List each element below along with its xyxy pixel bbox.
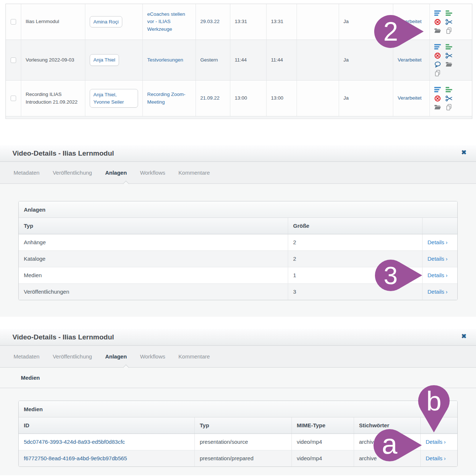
table-row: 5dc07476-3993-424d-8a93-ed5bf0d83cfc pre… (19, 434, 458, 450)
status-cell: Verarbeitet (393, 40, 430, 80)
video-details-modal-medien: Video-Details - Ilias Lernmodul ✖ Metada… (0, 329, 476, 476)
status-link[interactable]: Verarbeitet (398, 18, 421, 25)
col-header-id: ID (19, 417, 194, 434)
copy-icon[interactable] (434, 70, 441, 77)
details-link-media-1[interactable]: Details› (426, 439, 446, 445)
details-link-media-2[interactable]: Details› (426, 455, 446, 461)
video-date: 29.03.22 (196, 4, 230, 40)
col-header-actions (420, 417, 458, 434)
details-link-medien[interactable]: Details› (428, 272, 448, 278)
delete-icon[interactable] (434, 19, 441, 25)
series-link[interactable]: Recording Zoom-Meeting (147, 91, 191, 106)
presenter-cell: Anja Thiel (85, 40, 143, 80)
actions-cell (430, 4, 472, 40)
comment-icon[interactable] (434, 61, 441, 68)
table-row: Kataloge 2 Details› (19, 250, 458, 267)
cutoff-row (6, 116, 472, 119)
video-date: 21.09.22 (196, 81, 230, 116)
cut-icon[interactable] (446, 52, 452, 59)
table-row: Medien 1 Details› (19, 267, 458, 283)
empty-cell (297, 81, 339, 116)
series-link[interactable]: Testvorlesungen (147, 56, 183, 64)
copy-icon[interactable] (446, 104, 452, 111)
cut-icon[interactable] (446, 95, 452, 102)
modal-body: Anlagen Typ Größe Anhänge 2 Details› Kat… (0, 184, 476, 317)
tab-kommentare[interactable]: Kommentare (172, 346, 216, 367)
groesse-cell: 2 (288, 250, 422, 267)
start-time: 13:31 (230, 4, 267, 40)
status-link[interactable]: Verarbeitet (398, 94, 421, 102)
video-date: Gestern (196, 40, 230, 80)
tab-kommentare[interactable]: Kommentare (172, 162, 216, 183)
folder-icon[interactable] (446, 61, 452, 68)
delete-icon[interactable] (434, 52, 441, 59)
tab-metadaten[interactable]: Metadaten (7, 346, 46, 367)
status-link[interactable]: Verarbeitet (398, 56, 421, 64)
end-time: 11:44 (267, 40, 297, 80)
metadata-icon[interactable] (434, 44, 441, 50)
publish-icon[interactable] (446, 44, 452, 50)
video-title: Recording ILIAS Introduction 21.09.2022 (21, 81, 85, 116)
typ-cell: Medien (19, 267, 288, 283)
media-mime-cell: video/mp4 (291, 450, 354, 466)
publish-icon[interactable] (446, 10, 452, 16)
cut-icon[interactable] (446, 19, 452, 25)
delete-icon[interactable] (434, 95, 441, 102)
row-checkbox[interactable] (11, 96, 16, 101)
details-link-kataloge[interactable]: Details› (428, 256, 448, 262)
media-id-link[interactable]: 5dc07476-3993-424d-8a93-ed5bf0d83cfc (24, 439, 125, 445)
folder-icon[interactable] (434, 27, 441, 34)
media-keywords-cell: archive (354, 434, 420, 450)
video-title: Ilias Lernmodul (21, 4, 85, 40)
presenter-chip: Anja Thiel (90, 54, 119, 66)
modal-title: Video-Details - Ilias Lernmodul (12, 149, 114, 157)
details-link-anhaenge[interactable]: Details› (428, 239, 448, 245)
breadcrumb: Medien (0, 368, 476, 388)
videos-table: Ilias Lernmodul Amina Roçi eCoaches stel… (5, 4, 472, 119)
tab-metadaten[interactable]: Metadaten (7, 162, 46, 183)
metadata-icon[interactable] (434, 86, 441, 93)
video-details-modal-anlagen: Video-Details - Ilias Lernmodul ✖ Metada… (0, 145, 476, 317)
tab-workflows[interactable]: Workflows (133, 162, 172, 183)
actions-cell (430, 40, 472, 80)
row-checkbox[interactable] (11, 19, 16, 25)
presenter-cell: Anja Thiel, Yvonne Seiler (85, 81, 143, 116)
start-time: 13:00 (230, 81, 267, 116)
folder-icon[interactable] (434, 104, 441, 111)
actions-cell (430, 81, 472, 116)
tab-workflows[interactable]: Workflows (133, 346, 172, 367)
empty-cell (297, 4, 339, 40)
breadcrumb-medien: Medien (21, 375, 40, 381)
col-header-typ: Typ (194, 417, 291, 434)
series-cell: Recording Zoom-Meeting (143, 81, 196, 116)
media-id-link[interactable]: f6772750-8ead-4169-a4bd-9e9cb97db565 (24, 455, 127, 461)
medien-panel: Medien ID Typ MIME-Type Stichwörter 5dc0… (18, 401, 458, 467)
tab-veroeffentlichung[interactable]: Veröffentlichung (46, 346, 98, 367)
groesse-cell: 3 (288, 283, 422, 300)
tab-anlagen[interactable]: Anlagen (98, 346, 133, 367)
start-time: 11:44 (230, 40, 267, 80)
col-header-actions (422, 218, 458, 234)
groesse-cell: 1 (288, 267, 422, 283)
publish-icon[interactable] (446, 86, 452, 93)
details-link-veroeffentlichungen[interactable]: Details› (428, 289, 448, 295)
typ-cell: Veröffentlichungen (19, 283, 288, 300)
close-icon[interactable]: ✖ (461, 333, 466, 339)
tab-anlagen[interactable]: Anlagen (98, 162, 133, 183)
chevron-right-icon: › (444, 455, 446, 461)
metadata-icon[interactable] (434, 10, 441, 16)
close-icon[interactable]: ✖ (461, 149, 466, 156)
copy-icon[interactable] (446, 27, 452, 34)
series-link[interactable]: eCoaches stellen vor - ILIAS Werkzeuge (147, 11, 191, 33)
tab-veroeffentlichung[interactable]: Veröffentlichung (46, 162, 98, 183)
modal-header: Video-Details - Ilias Lernmodul ✖ (0, 145, 476, 162)
status-cell: Verarbeitet (393, 4, 430, 40)
media-keywords-cell: archive (354, 450, 420, 466)
table-row: f6772750-8ead-4169-a4bd-9e9cb97db565 pre… (19, 450, 458, 466)
row-checkbox[interactable] (11, 57, 16, 63)
chevron-right-icon: › (446, 256, 447, 262)
row-checkbox-cell (6, 4, 21, 40)
row-checkbox-cell (6, 40, 21, 80)
chevron-right-icon: › (444, 439, 446, 445)
table-row: Recording ILIAS Introduction 21.09.2022 … (6, 81, 472, 116)
